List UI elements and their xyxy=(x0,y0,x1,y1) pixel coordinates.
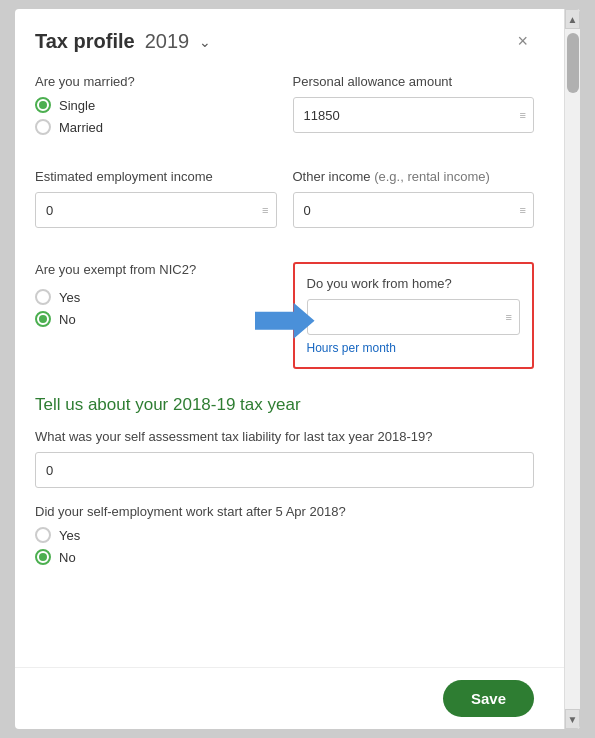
other-income-input-icon: ≡ xyxy=(520,204,526,216)
liability-input-wrapper xyxy=(35,452,534,488)
liability-input[interactable] xyxy=(35,452,534,488)
employment-income-input-wrapper: ≡ xyxy=(35,192,277,228)
tell-us-title: Tell us about your 2018-19 tax year xyxy=(35,395,534,415)
employment-income-section: Estimated employment income ≡ xyxy=(35,169,277,228)
save-button[interactable]: Save xyxy=(443,680,534,717)
self-employment-no-label: No xyxy=(59,550,76,565)
nic-no-radio[interactable] xyxy=(35,311,51,327)
work-from-home-input[interactable] xyxy=(307,299,521,335)
self-employment-yes-radio[interactable] xyxy=(35,527,51,543)
married-label: Are you married? xyxy=(35,74,277,89)
scrollbar-thumb[interactable] xyxy=(567,33,579,93)
self-employment-no-radio[interactable] xyxy=(35,549,51,565)
personal-allowance-section: Personal allowance amount ≡ xyxy=(293,74,535,135)
work-from-home-input-icon: ≡ xyxy=(506,311,512,323)
single-radio-button[interactable] xyxy=(35,97,51,113)
nic-yes-item[interactable]: Yes xyxy=(35,289,277,305)
nic-yes-radio[interactable] xyxy=(35,289,51,305)
other-income-input-wrapper: ≡ xyxy=(293,192,535,228)
work-from-home-input-wrapper: ≡ xyxy=(307,299,521,335)
hours-per-month-label: Hours per month xyxy=(307,341,521,355)
personal-allowance-input-icon: ≡ xyxy=(520,109,526,121)
nic-no-label: No xyxy=(59,312,76,327)
other-income-input[interactable] xyxy=(293,192,535,228)
tell-us-section: Tell us about your 2018-19 tax year What… xyxy=(35,385,534,565)
close-button[interactable]: × xyxy=(511,29,534,54)
self-employment-radio-group: Yes No xyxy=(35,527,534,565)
married-radio-item[interactable]: Married xyxy=(35,119,277,135)
employment-income-input[interactable] xyxy=(35,192,277,228)
other-income-label: Other income (e.g., rental income) xyxy=(293,169,535,184)
self-employment-no-item[interactable]: No xyxy=(35,549,534,565)
work-from-home-label: Do you work from home? xyxy=(307,276,521,291)
nic-label: Are you exempt from NIC2? xyxy=(35,262,277,277)
self-employment-yes-item[interactable]: Yes xyxy=(35,527,534,543)
scrollbar[interactable]: ▲ ▼ xyxy=(564,9,580,667)
nic-section: Are you exempt from NIC2? Yes No xyxy=(35,262,277,327)
married-radio-group: Single Married xyxy=(35,97,277,135)
married-radio-button[interactable] xyxy=(35,119,51,135)
personal-allowance-input[interactable] xyxy=(293,97,535,133)
arrow-pointer xyxy=(255,303,315,339)
married-label: Married xyxy=(59,120,103,135)
year-dropdown-icon[interactable]: ⌄ xyxy=(199,34,211,50)
employment-income-input-icon: ≡ xyxy=(262,204,268,216)
self-employment-yes-label: Yes xyxy=(59,528,80,543)
married-section: Are you married? Single Married xyxy=(35,74,277,135)
single-label: Single xyxy=(59,98,95,113)
tax-year: 2019 xyxy=(145,30,190,53)
personal-allowance-input-wrapper: ≡ xyxy=(293,97,535,133)
page-title: Tax profile xyxy=(35,30,135,53)
other-income-section: Other income (e.g., rental income) ≡ xyxy=(293,169,535,228)
liability-question-label: What was your self assessment tax liabil… xyxy=(35,429,534,444)
employment-income-label: Estimated employment income xyxy=(35,169,277,184)
nic-radio-group: Yes No xyxy=(35,289,277,327)
single-radio-item[interactable]: Single xyxy=(35,97,277,113)
self-employment-question-label: Did your self-employment work start afte… xyxy=(35,504,534,519)
scrollbar-up-button[interactable]: ▲ xyxy=(565,9,580,29)
modal-header: Tax profile 2019 ⌄ × xyxy=(35,29,534,54)
nic-no-item[interactable]: No xyxy=(35,311,277,327)
work-from-home-section: Do you work from home? ≡ Hours per month xyxy=(293,262,535,369)
modal-footer: Save xyxy=(15,667,564,729)
personal-allowance-label: Personal allowance amount xyxy=(293,74,535,89)
nic-yes-label: Yes xyxy=(59,290,80,305)
